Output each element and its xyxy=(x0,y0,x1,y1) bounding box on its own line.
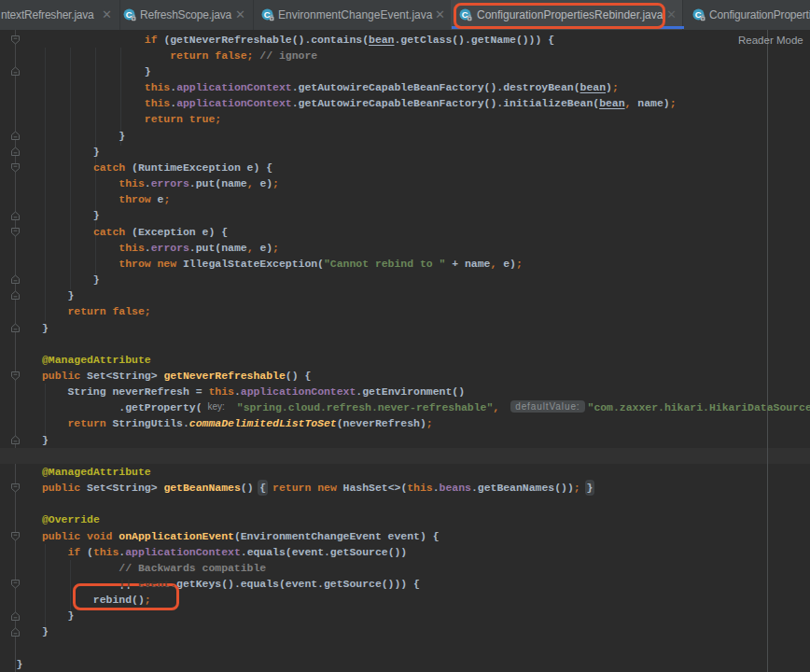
svg-text:C: C xyxy=(126,9,133,20)
svg-text:C: C xyxy=(264,9,271,20)
svg-text:C: C xyxy=(695,9,702,20)
